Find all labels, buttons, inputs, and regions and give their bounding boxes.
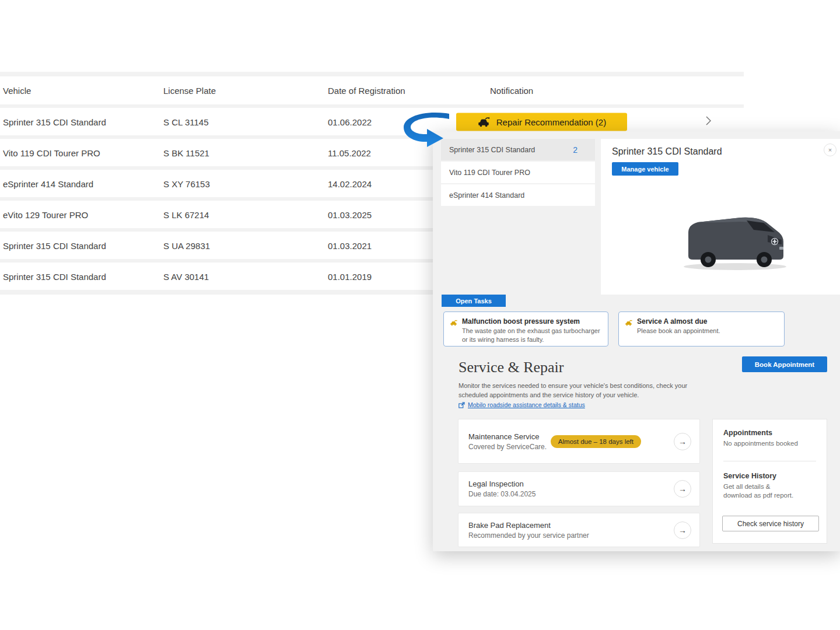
notification-count-badge: 2	[573, 145, 578, 155]
plate-cell: S LK 67214	[163, 209, 209, 219]
vehicle-list: Sprinter 315 CDI Standard 2 Vito 119 CDI…	[441, 139, 595, 207]
date-cell: 01.03.2021	[328, 240, 372, 250]
close-icon[interactable]: ×	[824, 144, 836, 156]
task-title: Malfunction boost pressure system	[462, 317, 603, 326]
service-repair-heading: Service & Repair	[459, 359, 564, 376]
task-body: The waste gate on the exhaust gas turboc…	[462, 327, 603, 344]
chevron-right-icon[interactable]	[706, 116, 711, 128]
van-image	[671, 206, 799, 275]
task-title: Service A almost due	[637, 317, 778, 326]
repair-car-icon	[477, 116, 490, 127]
date-cell: 01.01.2019	[328, 271, 372, 281]
vehicle-cell: Sprinter 315 CDI Standard	[3, 117, 106, 127]
vehicle-list-item-esprinter-414[interactable]: eSprinter 414 Standard	[441, 184, 595, 206]
vehicle-list-item-vito-119[interactable]: Vito 119 CDI Tourer PRO	[441, 162, 595, 183]
service-item-title: Legal Inspection	[468, 480, 536, 488]
service-item-title: Brake Pad Replacement	[468, 521, 589, 530]
vehicle-list-label: Vito 119 CDI Tourer PRO	[449, 169, 578, 177]
date-cell: 01.03.2025	[328, 209, 372, 219]
vehicle-cell: Sprinter 315 CDI Standard	[3, 271, 106, 281]
header-vehicle: Vehicle	[3, 86, 31, 96]
plate-cell: S AV 30141	[163, 271, 209, 281]
plate-cell: S CL 31145	[163, 117, 209, 127]
vehicle-list-item-sprinter-315[interactable]: Sprinter 315 CDI Standard 2	[441, 139, 595, 160]
repair-recommendation-button[interactable]: Repair Recommendation (2)	[456, 113, 627, 131]
plate-cell: S UA 29831	[163, 240, 210, 250]
task-body: Please book an appointment.	[637, 327, 778, 335]
task-warning-car-icon	[450, 317, 457, 344]
plate-cell: S BK 11521	[163, 148, 209, 158]
header-notification: Notification	[490, 86, 533, 96]
vehicle-cell: Sprinter 315 CDI Standard	[3, 240, 106, 250]
almost-due-badge: Almost due – 18 days left	[551, 435, 641, 448]
task-card-service-a[interactable]: Service A almost due Please book an appo…	[618, 312, 785, 346]
arrow-right-icon[interactable]: →	[674, 522, 691, 539]
service-item-subtitle: Covered by ServiceCare.	[468, 443, 547, 451]
service-item-title: Maintenance Service	[468, 432, 547, 441]
service-history-text: Get all details & download as pdf report…	[723, 482, 799, 500]
divider	[723, 461, 816, 461]
vehicle-cell: eVito 129 Tourer PRO	[3, 209, 88, 219]
appointments-title: Appointments	[723, 429, 816, 437]
task-card-malfunction[interactable]: Malfunction boost pressure system The wa…	[443, 312, 608, 346]
vehicle-cell: Vito 119 CDI Tourer PRO	[3, 148, 100, 158]
service-repair-description: Monitor the services needed to ensure yo…	[459, 381, 709, 400]
date-cell: 01.06.2022	[328, 117, 372, 127]
header-license-plate: License Plate	[163, 86, 216, 96]
manage-vehicle-button[interactable]: Manage vehicle	[612, 162, 678, 176]
service-item-subtitle: Due date: 03.04.2025	[468, 490, 536, 498]
repair-recommendation-label: Repair Recommendation (2)	[496, 117, 606, 127]
appointments-history-card: Appointments No appointments booked Serv…	[712, 419, 827, 544]
arrow-right-icon[interactable]: →	[674, 433, 691, 450]
appointments-text: No appointments booked	[723, 439, 816, 448]
header-date-of-registration: Date of Registration	[328, 86, 405, 96]
vehicle-detail-panel: Sprinter 315 CDI Standard 2 Vito 119 CDI…	[433, 131, 840, 551]
mobilo-assistance-link[interactable]: Mobilo roadside assistance details & sta…	[459, 401, 585, 408]
vehicle-cell: eSprinter 414 Standard	[3, 178, 93, 188]
maintenance-service-card[interactable]: Maintenance Service Covered by ServiceCa…	[458, 419, 700, 464]
task-warning-car-icon	[625, 317, 632, 335]
external-link-icon	[459, 402, 465, 408]
fleet-dashboard: { "colors": { "accent_blue": "#1976d2", …	[0, 0, 840, 630]
vehicle-list-label: Sprinter 315 CDI Standard	[449, 146, 573, 154]
brake-pad-replacement-card[interactable]: Brake Pad Replacement Recommended by you…	[458, 513, 700, 547]
plate-cell: S XY 76153	[163, 178, 210, 188]
vehicle-card-title: Sprinter 315 CDI Standard	[612, 146, 722, 157]
legal-inspection-card[interactable]: Legal Inspection Due date: 03.04.2025 →	[458, 471, 700, 506]
book-appointment-button[interactable]: Book Appointment	[742, 356, 827, 372]
check-service-history-button[interactable]: Check service history	[722, 516, 819, 531]
table-header-row: Vehicle License Plate Date of Registrati…	[0, 76, 744, 104]
open-tasks-tab[interactable]: Open Tasks	[442, 295, 506, 307]
date-cell: 11.05.2022	[328, 148, 371, 158]
vehicle-list-label: eSprinter 414 Standard	[449, 191, 578, 200]
vehicle-card: Sprinter 315 CDI Standard Manage vehicle…	[601, 139, 840, 295]
arrow-right-icon[interactable]: →	[674, 480, 691, 498]
mobilo-assistance-link-label: Mobilo roadside assistance details & sta…	[468, 401, 585, 408]
service-item-subtitle: Recommended by your service partner	[468, 531, 589, 540]
date-cell: 14.02.2024	[328, 178, 372, 188]
service-history-title: Service History	[723, 472, 816, 480]
